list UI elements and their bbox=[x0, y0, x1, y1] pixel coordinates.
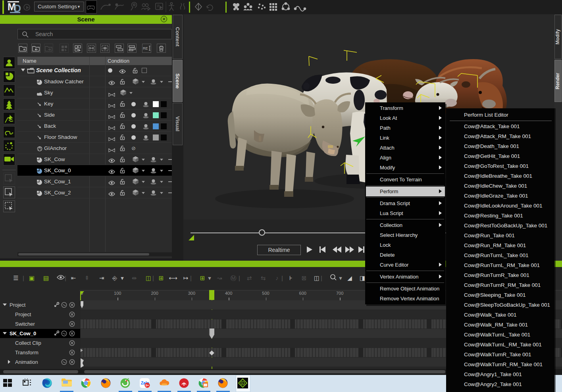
svg-text:5+: 5+ bbox=[146, 384, 149, 387]
svg-text:+: + bbox=[89, 5, 91, 8]
svg-text:RE: RE bbox=[143, 46, 148, 50]
